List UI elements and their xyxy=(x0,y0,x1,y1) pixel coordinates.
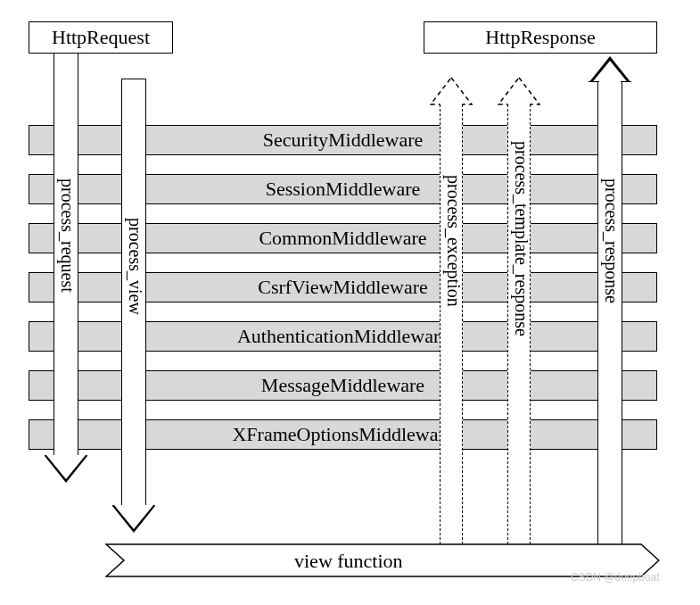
process-response-label: process_response xyxy=(601,178,622,303)
middleware-label: CommonMiddleware xyxy=(259,227,426,250)
process-response-arrow xyxy=(597,82,622,546)
up-arrow-icon xyxy=(589,56,631,83)
middleware-label: SessionMiddleware xyxy=(266,178,421,201)
process-exception-label: process_exception xyxy=(443,175,464,307)
process-request-label: process_request xyxy=(57,178,78,293)
svg-marker-0 xyxy=(431,78,472,105)
http-response-label: HttpResponse xyxy=(485,26,595,49)
middleware-label: MessageMiddleware xyxy=(261,374,424,397)
up-arrow-icon xyxy=(430,77,473,105)
up-arrow-icon xyxy=(498,77,540,105)
middleware-label: AuthenticationMiddleware xyxy=(237,325,449,348)
watermark: CSDN @deepboat xyxy=(571,571,660,584)
process-template-response-label: process_template_response xyxy=(511,141,531,336)
http-request-label: HttpRequest xyxy=(52,26,150,49)
middleware-label: CsrfViewMiddleware xyxy=(258,276,428,299)
diagram-canvas: HttpRequest HttpResponse SecurityMiddlew… xyxy=(0,0,700,605)
svg-marker-1 xyxy=(498,78,539,105)
view-function-label: view function xyxy=(294,550,403,573)
http-response-box: HttpResponse xyxy=(424,21,657,54)
middleware-label: XFrameOptionsMiddleware xyxy=(232,423,453,446)
down-arrow-icon xyxy=(112,506,155,533)
http-request-box: HttpRequest xyxy=(29,21,173,54)
down-arrow-icon xyxy=(45,456,87,483)
process-view-label: process_view xyxy=(125,218,145,315)
middleware-label: SecurityMiddleware xyxy=(263,128,424,152)
